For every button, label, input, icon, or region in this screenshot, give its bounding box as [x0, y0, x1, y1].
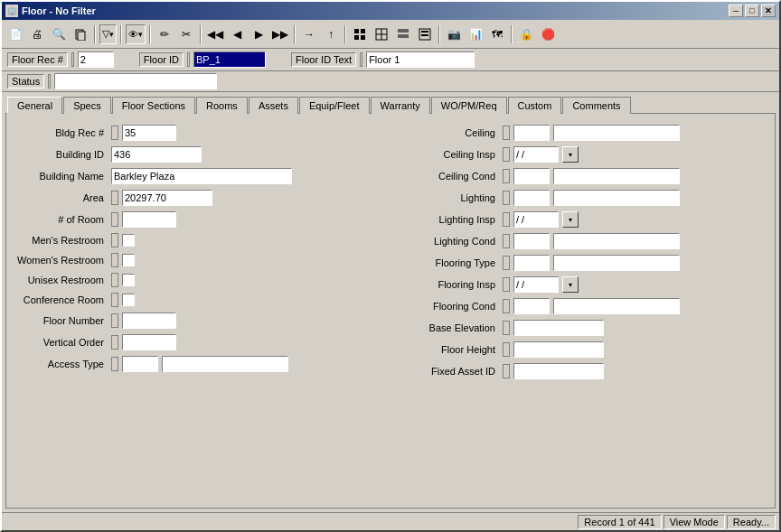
floor-rec-label: Floor Rec # [7, 52, 68, 67]
first-record-button[interactable]: ◀◀ [205, 24, 225, 44]
flooring-cond-code-input[interactable] [513, 298, 550, 314]
tab-general[interactable]: General [7, 97, 62, 114]
stop-button[interactable]: 🛑 [538, 24, 558, 44]
conference-room-checkbox[interactable] [122, 294, 135, 306]
building-id-input[interactable] [111, 146, 202, 163]
ceiling-code-input[interactable] [513, 125, 550, 141]
floor-height-input[interactable] [513, 341, 604, 358]
base-elevation-input[interactable] [513, 320, 604, 336]
conference-room-row: Conference Room [17, 293, 372, 307]
flooring-insp-dropdown[interactable]: ▾ [562, 276, 579, 293]
field-sep2 [187, 52, 190, 67]
grid4-button[interactable] [415, 24, 435, 44]
flooring-type-code-input[interactable] [513, 255, 550, 271]
area-input[interactable] [122, 190, 212, 206]
vertical-order-input[interactable] [122, 334, 176, 350]
floor-height-row: Floor Height [409, 341, 764, 358]
ceiling-label: Ceiling [409, 127, 499, 138]
mens-restroom-checkbox[interactable] [122, 234, 135, 247]
floor-number-input[interactable] [122, 313, 176, 329]
view-dropdown[interactable]: 👁▾ [126, 24, 146, 44]
flooring-type-desc-input[interactable] [553, 255, 680, 271]
ceiling-insp-input[interactable] [513, 146, 559, 163]
access-type-code-input[interactable] [122, 356, 158, 372]
record-count: Record 1 of 441 [578, 515, 661, 529]
edit-button[interactable]: ✏ [155, 24, 174, 44]
new-button[interactable]: 📄 [5, 24, 25, 44]
floor-height-label: Floor Height [409, 344, 499, 355]
svg-rect-9 [398, 29, 409, 33]
womens-restroom-checkbox[interactable] [122, 254, 135, 266]
tab-specs[interactable]: Specs [63, 97, 111, 114]
main-window: 🏢 Floor - No Filter ─ □ ✕ 📄 🖨 🔍 ▽▾ 👁▾ ✏ … [0, 0, 781, 532]
status-bar: Record 1 of 441 View Mode Ready... [2, 512, 779, 530]
unisex-restroom-checkbox[interactable] [122, 274, 135, 286]
lock-button[interactable]: 🔒 [516, 24, 536, 44]
lighting-insp-dropdown[interactable]: ▾ [562, 211, 579, 228]
lighting-desc-input[interactable] [553, 190, 680, 206]
grid3-button[interactable] [393, 24, 413, 44]
last-record-button[interactable]: ▶▶ [270, 24, 290, 44]
scissors-button[interactable]: ✂ [176, 24, 196, 44]
unisex-restroom-row: Unisex Restroom [17, 273, 372, 287]
tab-custom[interactable]: Custom [508, 97, 562, 114]
ceiling-desc-input[interactable] [553, 125, 680, 141]
flooring-type-label: Flooring Type [409, 257, 499, 268]
tab-floor-sections[interactable]: Floor Sections [112, 97, 195, 114]
grid2-button[interactable] [372, 24, 391, 44]
camera-button[interactable]: 📷 [444, 24, 464, 44]
status-input[interactable] [54, 73, 217, 89]
tab-equip-fleet[interactable]: Equip/Fleet [299, 97, 370, 114]
access-type-label: Access Type [17, 359, 108, 369]
ceiling-cond-icon [503, 169, 510, 183]
fixed-asset-id-row: Fixed Asset ID [409, 363, 764, 379]
fixed-asset-id-input[interactable] [513, 363, 604, 379]
lighting-icon [503, 191, 510, 205]
bldg-rec-row: Bldg Rec # [17, 125, 372, 141]
upload-button[interactable]: ↑ [321, 24, 341, 44]
sep3 [149, 25, 151, 43]
tab-warranty[interactable]: Warranty [371, 97, 430, 114]
prev-record-button[interactable]: ◀ [227, 24, 247, 44]
ceiling-cond-code-input[interactable] [513, 168, 550, 184]
flooring-cond-desc-input[interactable] [553, 298, 680, 314]
sep2 [120, 25, 122, 43]
floor-id-text-label: Floor ID Text [291, 52, 356, 67]
ceiling-insp-label: Ceiling Insp [409, 149, 499, 160]
lighting-cond-code-input[interactable] [513, 233, 550, 249]
building-name-input[interactable] [111, 168, 292, 184]
find-button[interactable]: 🔍 [49, 24, 69, 44]
conference-room-label: Conference Room [17, 294, 108, 305]
floor-id-input[interactable] [193, 51, 266, 68]
close-button[interactable]: ✕ [761, 5, 776, 17]
flooring-insp-input[interactable] [513, 276, 559, 293]
print-button[interactable]: 🖨 [27, 24, 47, 44]
next-record-button[interactable]: ▶ [249, 24, 268, 44]
floor-rec-input[interactable] [78, 51, 114, 68]
tab-rooms[interactable]: Rooms [196, 97, 248, 114]
lighting-cond-desc-input[interactable] [553, 233, 680, 249]
svg-rect-5 [361, 35, 365, 40]
lighting-insp-input[interactable] [513, 211, 559, 228]
tab-comments[interactable]: Comments [562, 97, 630, 114]
grid1-button[interactable] [350, 24, 370, 44]
tab-wo-pm-req[interactable]: WO/PM/Req [431, 97, 507, 114]
lighting-cond-icon [503, 234, 510, 248]
arrow-right-button[interactable]: → [299, 24, 319, 44]
minimize-button[interactable]: ─ [729, 5, 743, 17]
filter-dropdown[interactable]: ▽▾ [99, 24, 117, 44]
svg-rect-12 [421, 31, 428, 33]
ceiling-cond-desc-input[interactable] [553, 168, 680, 184]
bldg-rec-input[interactable] [122, 125, 176, 141]
tab-assets[interactable]: Assets [249, 97, 298, 114]
num-room-input[interactable] [122, 211, 176, 228]
right-form-column: Ceiling Ceiling Insp ▾ Ceiling Cond [409, 125, 764, 385]
floor-id-text-input[interactable] [366, 51, 475, 68]
chart-button[interactable]: 📊 [466, 24, 485, 44]
maximize-button[interactable]: □ [745, 5, 759, 17]
access-type-desc-input[interactable] [162, 356, 288, 372]
map-button[interactable]: 🗺 [487, 24, 507, 44]
ceiling-insp-dropdown[interactable]: ▾ [562, 146, 579, 163]
copy-button[interactable] [71, 24, 90, 44]
lighting-code-input[interactable] [513, 190, 550, 206]
